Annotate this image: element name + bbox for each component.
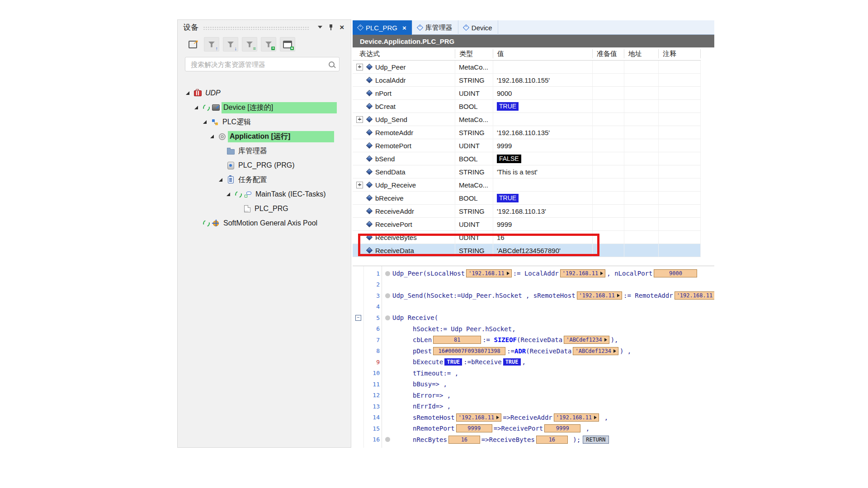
tree-item-softmotion[interactable]: SoftMotion General Axis Pool: [178, 216, 350, 230]
col-expression[interactable]: 表达式: [353, 49, 455, 58]
value-cell: 16: [493, 231, 593, 244]
code-token: Udp_Receive(: [392, 314, 438, 321]
code-text: nRecBytes16=>ReceiveBytes16 );RETURN: [392, 436, 609, 444]
prepared-value-cell[interactable]: [593, 74, 624, 86]
table-row-bReceive[interactable]: bReceiveBOOLTRUE: [353, 192, 701, 205]
expression-label: ReceivePort: [375, 221, 412, 228]
table-row-RemoteAddr[interactable]: RemoteAddrSTRING'192.168.110.135': [353, 126, 701, 139]
expression-cell: nPort: [353, 87, 455, 99]
table-row-SendData[interactable]: SendDataSTRING'This is a test': [353, 165, 701, 178]
close-tab-icon[interactable]: ×: [402, 24, 406, 31]
pop-out-button[interactable]: ↗: [185, 37, 200, 52]
filter-up-icon: [208, 42, 215, 47]
expand-toggle-icon[interactable]: [356, 182, 363, 188]
tree-item-label: 库管理器: [236, 145, 269, 157]
inline-value-box: 81: [433, 336, 481, 344]
type-label: UDINT: [459, 89, 480, 97]
expand-toggle-icon[interactable]: [356, 64, 363, 70]
collapse-toggle-icon[interactable]: −: [353, 315, 363, 321]
tree-expander-icon[interactable]: [186, 91, 194, 95]
inline-value-box: '192.168.11: [554, 413, 599, 422]
prepared-value-cell[interactable]: [593, 231, 624, 244]
table-row-LocalAddr[interactable]: LocalAddrSTRING'192.168.110.155': [353, 74, 701, 87]
tab-Device[interactable]: Device: [458, 20, 498, 35]
tree-expander-icon[interactable]: [210, 135, 218, 138]
tree-item-udp[interactable]: UDP: [178, 86, 350, 100]
tree-expander-icon[interactable]: [203, 120, 211, 124]
tree-item-application[interactable]: Application [运行]: [178, 129, 350, 144]
tree-expander-icon[interactable]: [226, 192, 235, 196]
code-token: tTimeout:= ,: [413, 370, 458, 377]
col-comment[interactable]: 注释: [659, 49, 701, 58]
panel-drag-texture[interactable]: [203, 26, 309, 30]
expand-value-icon[interactable]: [600, 272, 603, 275]
col-type[interactable]: 类型: [455, 49, 493, 58]
table-row-nPort[interactable]: nPortUDINT9000: [353, 87, 701, 100]
table-row-bSend[interactable]: bSendBOOLFALSE: [353, 152, 701, 165]
prepared-value-cell[interactable]: [593, 100, 624, 113]
tree-item-task-config[interactable]: 任务配置: [178, 173, 350, 187]
panel-close-button[interactable]: ×: [337, 23, 346, 31]
prepared-value-cell[interactable]: [593, 192, 624, 204]
code-token: ,: [582, 425, 590, 432]
expand-toggle-icon[interactable]: [356, 116, 363, 123]
expand-value-icon[interactable]: [604, 338, 607, 342]
tab-库管理器[interactable]: 库管理器: [412, 20, 458, 35]
prepared-value-cell[interactable]: [593, 178, 624, 191]
prepared-value-cell[interactable]: [593, 113, 624, 126]
prepared-value-cell[interactable]: [593, 87, 624, 99]
table-row-ReceiveData[interactable]: ReceiveDataSTRING'ABCdef1234567890': [353, 244, 701, 257]
panel-menu-button[interactable]: [316, 23, 325, 31]
table-row-ReceivePort[interactable]: ReceivePortUDINT9999: [353, 218, 701, 231]
table-row-ReceiveAddr[interactable]: ReceiveAddrSTRING'192.168.110.13': [353, 205, 701, 218]
table-row-Udp_Peer[interactable]: Udp_PeerMetaCo...: [353, 61, 701, 74]
code-text: Udp_Send(hSocket:=Udp_Peer.hSocket , sRe…: [392, 291, 714, 300]
col-value[interactable]: 值: [493, 49, 593, 58]
prepared-value-cell[interactable]: [593, 139, 624, 152]
type-label: MetaCo...: [459, 181, 488, 189]
tree-expander-icon[interactable]: [219, 178, 227, 182]
inline-value-box: 'ABCdef1234: [573, 347, 618, 355]
value-text: 9000: [669, 270, 682, 277]
edit-window-button[interactable]: ●: [280, 37, 295, 52]
prepared-value-cell[interactable]: [593, 61, 624, 73]
tree-item-maintask[interactable]: MainTask (IEC-Tasks): [178, 187, 350, 202]
table-row-Udp_Receive[interactable]: Udp_ReceiveMetaCo...: [353, 178, 701, 192]
prepared-value-cell[interactable]: [593, 152, 624, 165]
expand-value-icon[interactable]: [496, 416, 499, 419]
expand-value-icon[interactable]: [613, 349, 616, 353]
devices-panel-title: 设备: [183, 22, 198, 33]
table-row-ReceiveBytes[interactable]: ReceiveBytesUDINT16: [353, 231, 701, 244]
type-cell: MetaCo...: [455, 61, 493, 73]
prepared-value-cell[interactable]: [593, 165, 624, 178]
tree-item-device[interactable]: Device [连接的]: [178, 100, 350, 115]
prepared-value-cell[interactable]: [593, 244, 624, 257]
table-row-bCreat[interactable]: bCreatBOOLTRUE: [353, 100, 701, 113]
col-prepared-value[interactable]: 准备值: [593, 49, 624, 58]
filter-list-button[interactable]: ≡: [242, 37, 257, 52]
inline-value-box: 16: [536, 436, 568, 444]
tree-expander-icon[interactable]: [194, 106, 203, 109]
prepared-value-cell[interactable]: [593, 218, 624, 230]
tree-item-library-manager[interactable]: 库管理器: [178, 144, 350, 158]
expand-value-icon[interactable]: [594, 416, 597, 419]
expand-value-icon[interactable]: [507, 272, 509, 275]
panel-pin-button[interactable]: [326, 23, 335, 31]
tree-item-plc-prg-pou[interactable]: PLC_PRG (PRG): [178, 158, 350, 173]
tree-item-plc-prg-task[interactable]: PLC_PRG: [178, 202, 350, 216]
col-address[interactable]: 地址: [624, 49, 659, 58]
expand-value-icon[interactable]: [617, 294, 620, 297]
tab-PLC_PRG[interactable]: PLC_PRG×: [353, 20, 412, 35]
search-input[interactable]: [190, 60, 326, 69]
prepared-value-cell[interactable]: [593, 126, 624, 139]
prepared-value-cell[interactable]: [593, 205, 624, 217]
table-row-Udp_Send[interactable]: Udp_SendMetaCo...: [353, 113, 701, 126]
inline-value-box: '192.168.11: [456, 413, 501, 422]
table-row-RemotePort[interactable]: RemotePortUDINT9999: [353, 139, 701, 152]
value-text: '192.168.11: [468, 270, 504, 277]
filter-up-button[interactable]: ↑: [204, 37, 219, 52]
filter-down-button[interactable]: ↓: [223, 37, 238, 52]
tree-item-plc-logic[interactable]: PLC逻辑: [178, 115, 350, 129]
code-editor[interactable]: 1Udp_Peer(sLocalHost'192.168.11:= LocalA…: [353, 266, 714, 448]
filter-add-button[interactable]: +: [261, 37, 276, 52]
